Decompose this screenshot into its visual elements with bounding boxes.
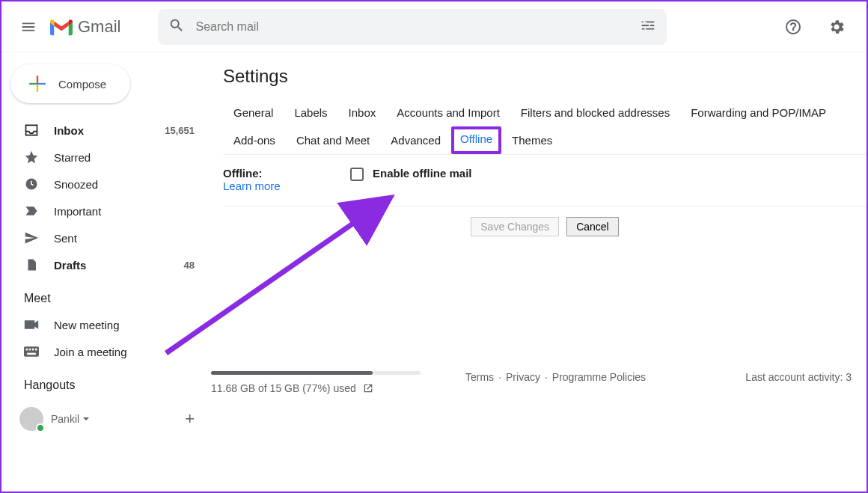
enable-offline-checkbox[interactable] (350, 168, 364, 181)
sidebar-item-label: Starred (54, 151, 195, 164)
tab-themes[interactable]: Themes (501, 126, 563, 154)
settings-gear-button[interactable] (822, 12, 852, 42)
tab-advanced[interactable]: Advanced (380, 126, 451, 154)
keyboard-icon (24, 346, 39, 357)
compose-button[interactable]: Compose (10, 64, 130, 103)
tab-filters[interactable]: Filters and blocked addresses (510, 99, 680, 126)
storage-bar-fill (211, 371, 373, 375)
search-options-icon[interactable] (640, 17, 656, 37)
main-menu-button[interactable] (13, 12, 43, 42)
search-input[interactable] (195, 20, 640, 34)
tab-inbox[interactable]: Inbox (338, 99, 387, 126)
tab-chat[interactable]: Chat and Meet (286, 126, 380, 154)
account-activity[interactable]: Last account activity: 3 (745, 371, 852, 383)
sidebar: Compose Inbox 15,651 Starred Snoozed Imp… (1, 52, 211, 492)
page-title: Settings (223, 66, 867, 87)
svg-rect-3 (26, 349, 28, 351)
sidebar-item-count: 48 (184, 260, 195, 271)
learn-more-link[interactable]: Learn more (223, 180, 281, 192)
tab-accounts[interactable]: Accounts and Import (386, 99, 510, 126)
sidebar-item-snoozed[interactable]: Snoozed (1, 171, 211, 197)
annotation-highlight: Offline (451, 126, 501, 154)
join-meeting-button[interactable]: Join a meeting (1, 338, 211, 365)
new-meeting-label: New meeting (54, 319, 195, 331)
sidebar-item-label: Important (54, 205, 195, 218)
new-meeting-button[interactable]: New meeting (1, 311, 211, 338)
svg-rect-2 (24, 346, 39, 356)
search-bar[interactable] (158, 9, 667, 45)
policies-link[interactable]: Programme Policies (552, 371, 646, 383)
privacy-link[interactable]: Privacy (506, 371, 540, 383)
cancel-button[interactable]: Cancel (566, 217, 619, 236)
sent-icon (24, 230, 39, 245)
svg-rect-7 (27, 353, 36, 355)
gmail-logo[interactable]: Gmail (48, 16, 120, 37)
star-icon (24, 150, 39, 165)
storage-info[interactable]: 11.68 GB of 15 GB (77%) used (211, 371, 421, 394)
chevron-down-icon (82, 415, 90, 423)
hangouts-add-button[interactable]: + (185, 409, 195, 429)
sidebar-item-important[interactable]: Important (1, 197, 211, 224)
sidebar-item-label: Snoozed (54, 178, 195, 191)
join-meeting-label: Join a meeting (54, 346, 195, 358)
search-icon (168, 17, 185, 37)
tab-labels[interactable]: Labels (284, 99, 337, 126)
svg-rect-4 (29, 349, 31, 351)
tab-addons[interactable]: Add-ons (223, 126, 286, 154)
avatar (19, 407, 43, 431)
sidebar-item-drafts[interactable]: Drafts 48 (1, 251, 211, 278)
storage-text: 11.68 GB of 15 GB (77%) used (211, 382, 356, 394)
footer-links: Terms· Privacy· Programme Policies (465, 371, 646, 383)
sidebar-item-label: Sent (54, 232, 195, 245)
compose-plus-icon (27, 73, 48, 94)
drafts-icon (24, 257, 39, 272)
compose-label: Compose (58, 78, 106, 91)
hangouts-section-title: Hangouts (1, 365, 211, 398)
sidebar-item-label: Inbox (54, 124, 165, 137)
help-button[interactable] (778, 12, 808, 42)
settings-tabs: General Labels Inbox Accounts and Import… (223, 99, 867, 155)
hangouts-user-name: Pankil (51, 413, 79, 425)
sidebar-item-sent[interactable]: Sent (1, 224, 211, 251)
open-in-new-icon[interactable] (362, 382, 374, 394)
offline-label: Offline: (223, 167, 263, 180)
enable-offline-label: Enable offline mail (373, 167, 472, 180)
sidebar-item-count: 15,651 (165, 125, 195, 136)
svg-rect-5 (32, 349, 34, 351)
sidebar-item-inbox[interactable]: Inbox 15,651 (1, 117, 211, 144)
sidebar-item-label: Drafts (54, 259, 184, 272)
svg-point-0 (786, 20, 800, 34)
tab-general[interactable]: General (223, 99, 284, 126)
important-icon (24, 203, 39, 218)
terms-link[interactable]: Terms (465, 371, 494, 383)
meet-section-title: Meet (1, 278, 211, 311)
svg-rect-6 (35, 349, 37, 351)
presence-indicator (36, 423, 45, 432)
clock-icon (24, 177, 39, 192)
tab-forwarding[interactable]: Forwarding and POP/IMAP (680, 99, 837, 126)
sidebar-item-starred[interactable]: Starred (1, 144, 211, 171)
tab-offline[interactable]: Offline (459, 132, 494, 145)
app-name: Gmail (78, 17, 120, 37)
inbox-icon (24, 123, 39, 138)
hangouts-user[interactable]: Pankil (19, 407, 90, 431)
save-changes-button: Save Changes (471, 217, 559, 236)
video-icon (24, 319, 39, 330)
